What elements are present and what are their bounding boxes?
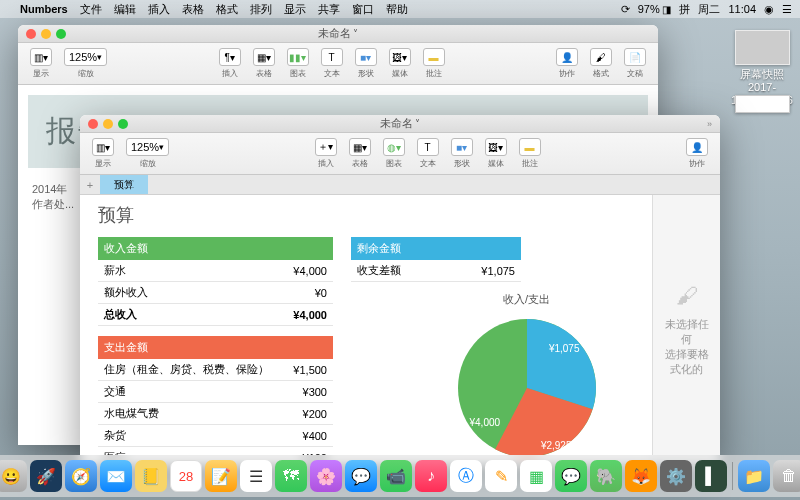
text-button[interactable]: T文本 (317, 48, 347, 79)
chart-button[interactable]: ◍▾图表 (379, 138, 409, 169)
panel-hint-2: 选择要格式化的 (661, 347, 712, 377)
dock-messages[interactable]: 💬 (345, 460, 377, 492)
menu-view[interactable]: 显示 (284, 2, 306, 17)
brush-icon: 🖌 (676, 283, 698, 309)
titlebar[interactable]: 未命名 ˅ » (80, 115, 720, 133)
siri-icon[interactable]: ◉ (764, 3, 774, 16)
dock-evernote[interactable]: 🐘 (590, 460, 622, 492)
clock-day[interactable]: 周二 (698, 2, 720, 17)
titlebar[interactable]: 未命名 ˅ (18, 25, 658, 43)
table-row: 住房（租金、房贷、税费、保险）¥1,500 (98, 359, 333, 381)
shape-button[interactable]: ■▾形状 (351, 48, 381, 79)
dock-trash[interactable]: 🗑 (773, 460, 800, 492)
zoom-select[interactable]: 125% ▾缩放 (122, 138, 173, 169)
expense-header: 支出金额 (98, 336, 333, 359)
format-button[interactable]: 🖌格式 (586, 48, 616, 79)
dock-photos[interactable]: 🌸 (310, 460, 342, 492)
ime-indicator[interactable]: 拼 (679, 2, 690, 17)
table-row: 杂货¥400 (98, 425, 333, 447)
sheet-canvas[interactable]: 预算 收入金额 薪水¥4,000 额外收入¥0 总收入¥4,000 支出金额 住… (80, 195, 720, 465)
comment-button[interactable]: ▬批注 (419, 48, 449, 79)
dock-separator (732, 462, 733, 490)
view-button[interactable]: ▥▾显示 (26, 48, 56, 79)
view-button[interactable]: ▥▾显示 (88, 138, 118, 169)
dock-pages[interactable]: ✎ (485, 460, 517, 492)
menu-help[interactable]: 帮助 (386, 2, 408, 17)
menu-window[interactable]: 窗口 (352, 2, 374, 17)
dock: 😀 🚀 🧭 ✉️ 📒 28 📝 ☰ 🗺 🌸 💬 📹 ♪ Ⓐ ✎ ▦ 💬 🐘 🦊 … (0, 455, 800, 497)
pie-chart[interactable]: ¥1,075 ¥4,000 ¥2,925 (452, 313, 602, 463)
minimize-icon[interactable] (103, 119, 113, 129)
table-button[interactable]: ▦▾表格 (249, 48, 279, 79)
expense-table[interactable]: 支出金额 住房（租金、房贷、税费、保险）¥1,500 交通¥300 水电煤气费¥… (98, 336, 333, 465)
menu-format[interactable]: 格式 (216, 2, 238, 17)
close-icon[interactable] (88, 119, 98, 129)
zoom-icon[interactable] (56, 29, 66, 39)
pie-label-income: ¥4,000 (470, 417, 501, 428)
dock-mail[interactable]: ✉️ (100, 460, 132, 492)
notification-center-icon[interactable]: ☰ (782, 3, 792, 16)
table-row: 水电煤气费¥200 (98, 403, 333, 425)
doc-button[interactable]: 📄文稿 (620, 48, 650, 79)
dock-facetime[interactable]: 📹 (380, 460, 412, 492)
income-table[interactable]: 收入金额 薪水¥4,000 额外收入¥0 总收入¥4,000 (98, 237, 333, 326)
table-row: 薪水¥4,000 (98, 260, 333, 282)
dock-reminders[interactable]: ☰ (240, 460, 272, 492)
toolbar: ▥▾显示 125% ▾缩放 ＋▾插入 ▦▾表格 ◍▾图表 T文本 ■▾形状 🖼▾… (80, 133, 720, 175)
shape-button[interactable]: ■▾形状 (447, 138, 477, 169)
desktop-screenshot-thumb[interactable] (735, 30, 790, 65)
collab-button[interactable]: 👤协作 (682, 138, 712, 169)
menu-edit[interactable]: 编辑 (114, 2, 136, 17)
dock-finder[interactable]: 😀 (0, 460, 27, 492)
dock-downloads[interactable]: 📁 (738, 460, 770, 492)
collab-button[interactable]: 👤协作 (552, 48, 582, 79)
minimize-icon[interactable] (41, 29, 51, 39)
media-button[interactable]: 🖼▾媒体 (481, 138, 511, 169)
app-menu[interactable]: Numbers (20, 3, 68, 15)
pie-label-expense: ¥2,925 (541, 440, 572, 451)
media-button[interactable]: 🖼▾媒体 (385, 48, 415, 79)
expand-toolbar-icon[interactable]: » (707, 119, 712, 129)
dock-appstore[interactable]: Ⓐ (450, 460, 482, 492)
balance-header: 剩余金额 (351, 237, 521, 260)
close-icon[interactable] (26, 29, 36, 39)
comment-button[interactable]: ▬批注 (515, 138, 545, 169)
text-button[interactable]: T文本 (413, 138, 443, 169)
desktop-file-thumb[interactable] (735, 95, 790, 113)
table-button[interactable]: ▦▾表格 (345, 138, 375, 169)
balance-table[interactable]: 剩余金额 收支差额¥1,075 (351, 237, 521, 282)
menu-share[interactable]: 共享 (318, 2, 340, 17)
dock-itunes[interactable]: ♪ (415, 460, 447, 492)
menu-table[interactable]: 表格 (182, 2, 204, 17)
income-header: 收入金额 (98, 237, 333, 260)
dock-notes[interactable]: 📝 (205, 460, 237, 492)
dock-sysprefs[interactable]: ⚙️ (660, 460, 692, 492)
dock-launchpad[interactable]: 🚀 (30, 460, 62, 492)
dock-calendar[interactable]: 28 (170, 460, 202, 492)
dock-firefox[interactable]: 🦊 (625, 460, 657, 492)
add-sheet-button[interactable]: + (80, 175, 100, 194)
zoom-icon[interactable] (118, 119, 128, 129)
clock-time[interactable]: 11:04 (728, 3, 756, 15)
table-row: 交通¥300 (98, 381, 333, 403)
dock-terminal[interactable]: ▌ (695, 460, 727, 492)
window-title: 未命名 ˅ (318, 26, 359, 41)
chart-button[interactable]: ▮▮▾图表 (283, 48, 313, 79)
sync-icon[interactable]: ⟳ (621, 3, 630, 16)
insert-button[interactable]: ＋▾插入 (311, 138, 341, 169)
menu-file[interactable]: 文件 (80, 2, 102, 17)
zoom-select[interactable]: 125% ▾缩放 (60, 48, 111, 79)
toolbar: ▥▾显示 125% ▾缩放 ¶▾插入 ▦▾表格 ▮▮▾图表 T文本 ■▾形状 🖼… (18, 43, 658, 85)
dock-numbers[interactable]: ▦ (520, 460, 552, 492)
dock-contacts[interactable]: 📒 (135, 460, 167, 492)
insert-button[interactable]: ¶▾插入 (215, 48, 245, 79)
sheet-tab-budget[interactable]: 预算 (100, 175, 148, 194)
table-total-row: 总收入¥4,000 (98, 304, 333, 326)
dock-wechat[interactable]: 💬 (555, 460, 587, 492)
dock-maps[interactable]: 🗺 (275, 460, 307, 492)
table-row: 收支差额¥1,075 (351, 260, 521, 282)
menu-arrange[interactable]: 排列 (250, 2, 272, 17)
menu-insert[interactable]: 插入 (148, 2, 170, 17)
dock-safari[interactable]: 🧭 (65, 460, 97, 492)
battery-status[interactable]: 97% ◨ (638, 3, 672, 15)
